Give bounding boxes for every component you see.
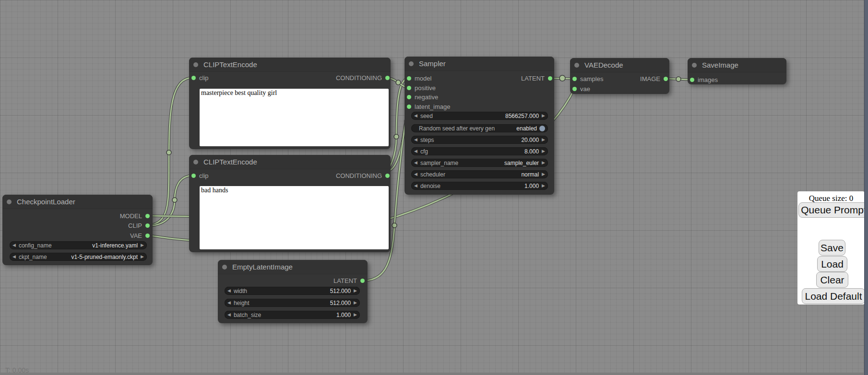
widget-denoise[interactable]: ◀ denoise 1.000 ▶ [411, 182, 548, 190]
widget-config-name[interactable]: ◀ config_name v1-inference.yaml ▶ [10, 241, 147, 249]
input-slot-samples[interactable]: samples [572, 75, 603, 82]
input-slot-dot[interactable] [407, 86, 411, 90]
collapse-dot[interactable] [7, 199, 12, 204]
increment-arrow-icon[interactable]: ▶ [539, 112, 548, 120]
widget-ckpt-name[interactable]: ◀ ckpt_name v1-5-pruned-emaonly.ckpt ▶ [10, 253, 147, 261]
widget-steps[interactable]: ◀ steps 20.000 ▶ [411, 136, 548, 144]
decrement-arrow-icon[interactable]: ◀ [411, 112, 420, 120]
decrement-arrow-icon[interactable]: ◀ [411, 136, 420, 144]
output-slot-dot[interactable] [145, 223, 150, 228]
widget-scheduler[interactable]: ◀ scheduler normal ▶ [411, 170, 548, 178]
widget-random-seed-toggle[interactable]: Random seed after every gen enabled [411, 124, 548, 132]
increment-arrow-icon[interactable]: ▶ [539, 159, 548, 167]
node-title-bar[interactable]: CheckpointLoader [2, 195, 153, 209]
queue-prompt-button[interactable]: Queue Prompt [798, 202, 865, 218]
increment-arrow-icon[interactable]: ▶ [138, 241, 147, 249]
save-button[interactable]: Save [819, 240, 845, 256]
increment-arrow-icon[interactable]: ▶ [138, 253, 147, 261]
clear-button[interactable]: Clear [816, 272, 848, 288]
node-cliptextencode-positive[interactable]: CLIPTextEncode clip CONDITIONING masterp… [189, 58, 391, 149]
node-checkpointloader[interactable]: CheckpointLoader MODEL CLIP VAE ◀ config… [2, 195, 153, 265]
widget-seed[interactable]: ◀ seed 8566257.000 ▶ [411, 112, 548, 120]
input-slot-dot[interactable] [191, 174, 196, 178]
node-vaedecode[interactable]: VAEDecode samples vae IMAGE [570, 58, 669, 94]
input-slot-model[interactable]: model [407, 75, 431, 82]
collapse-dot[interactable] [574, 63, 579, 68]
decrement-arrow-icon[interactable]: ◀ [225, 299, 234, 307]
link-clip-to-positive-encode[interactable] [149, 78, 193, 225]
decrement-arrow-icon[interactable]: ◀ [411, 159, 420, 167]
increment-arrow-icon[interactable]: ▶ [351, 299, 360, 307]
load-button[interactable]: Load [817, 256, 847, 272]
input-slot-vae[interactable]: vae [572, 85, 590, 92]
collapse-dot[interactable] [222, 265, 227, 270]
increment-arrow-icon[interactable]: ▶ [351, 311, 360, 319]
widget-batch-size[interactable]: ◀ batch_size 1.000 ▶ [225, 311, 360, 319]
output-slot-vae[interactable]: VAE [130, 232, 150, 239]
widget-width[interactable]: ◀ width 512.000 ▶ [225, 287, 360, 295]
input-slot-positive[interactable]: positive [407, 84, 436, 91]
node-title-bar[interactable]: CLIPTextEncode [189, 155, 391, 169]
output-slot-dot[interactable] [360, 279, 365, 283]
input-slot-latent-image[interactable]: latent_image [407, 103, 450, 110]
input-slot-dot[interactable] [191, 76, 196, 80]
output-slot-image[interactable]: IMAGE [640, 75, 668, 82]
output-slot-dot[interactable] [548, 76, 552, 81]
output-slot-dot[interactable] [145, 214, 150, 218]
decrement-arrow-icon[interactable]: ◀ [225, 311, 234, 319]
output-slot-dot[interactable] [145, 234, 150, 238]
node-saveimage[interactable]: SaveImage images [688, 58, 786, 84]
link-clip-to-negative-encode[interactable] [149, 176, 193, 226]
collapse-dot[interactable] [692, 63, 697, 68]
increment-arrow-icon[interactable]: ▶ [539, 147, 548, 155]
decrement-arrow-icon[interactable]: ◀ [411, 147, 420, 155]
node-title-bar[interactable]: CLIPTextEncode [189, 58, 391, 72]
increment-arrow-icon[interactable]: ▶ [539, 136, 548, 144]
input-slot-images[interactable]: images [690, 76, 718, 83]
node-title-bar[interactable]: SaveImage [688, 58, 786, 72]
output-slot-dot[interactable] [385, 76, 390, 80]
input-slot-dot[interactable] [407, 95, 411, 99]
output-slot-dot[interactable] [385, 174, 390, 178]
prompt-textarea[interactable]: masterpiece best quality girl [200, 89, 389, 146]
input-slot-dot[interactable] [407, 76, 411, 81]
decrement-arrow-icon[interactable]: ◀ [10, 241, 19, 249]
output-slot-conditioning[interactable]: CONDITIONING [336, 74, 390, 81]
node-cliptextencode-negative[interactable]: CLIPTextEncode clip CONDITIONING bad han… [189, 155, 391, 252]
toggle-circle-icon[interactable] [539, 126, 545, 131]
scrollbar[interactable] [864, 0, 868, 375]
collapse-dot[interactable] [193, 62, 198, 67]
widget-height[interactable]: ◀ height 512.000 ▶ [225, 299, 360, 307]
input-slot-dot[interactable] [407, 105, 411, 109]
output-slot-conditioning[interactable]: CONDITIONING [336, 172, 390, 179]
decrement-arrow-icon[interactable]: ◀ [411, 170, 420, 178]
node-sampler[interactable]: Sampler model positive negative latent_i… [404, 57, 554, 195]
increment-arrow-icon[interactable]: ▶ [539, 170, 548, 178]
output-slot-dot[interactable] [664, 77, 668, 81]
input-slot-dot[interactable] [572, 87, 577, 91]
input-slot-clip[interactable]: clip [191, 172, 209, 179]
output-slot-model[interactable]: MODEL [120, 212, 150, 219]
decrement-arrow-icon[interactable]: ◀ [225, 287, 234, 295]
output-slot-latent[interactable]: LATENT [333, 277, 365, 284]
widget-sampler-name[interactable]: ◀ sampler_name sample_euler ▶ [411, 159, 548, 167]
output-slot-clip[interactable]: CLIP [128, 222, 150, 229]
increment-arrow-icon[interactable]: ▶ [539, 182, 548, 190]
decrement-arrow-icon[interactable]: ◀ [10, 253, 19, 261]
decrement-arrow-icon[interactable]: ◀ [411, 182, 420, 190]
load-default-button[interactable]: Load Default [802, 288, 865, 304]
node-emptylatentimage[interactable]: EmptyLatentImage LATENT ◀ width 512.000 … [218, 260, 368, 323]
prompt-textarea[interactable]: bad hands [200, 186, 389, 249]
collapse-dot[interactable] [409, 61, 414, 66]
node-title-bar[interactable]: VAEDecode [570, 58, 669, 72]
input-slot-dot[interactable] [690, 78, 694, 82]
input-slot-dot[interactable] [572, 77, 577, 81]
widget-cfg[interactable]: ◀ cfg 8.000 ▶ [411, 147, 548, 155]
output-slot-latent[interactable]: LATENT [521, 75, 552, 82]
input-slot-clip[interactable]: clip [191, 74, 209, 81]
node-title-bar[interactable]: EmptyLatentImage [218, 260, 368, 274]
increment-arrow-icon[interactable]: ▶ [351, 287, 360, 295]
node-title-bar[interactable]: Sampler [404, 57, 554, 71]
collapse-dot[interactable] [193, 160, 198, 164]
input-slot-negative[interactable]: negative [407, 94, 438, 100]
